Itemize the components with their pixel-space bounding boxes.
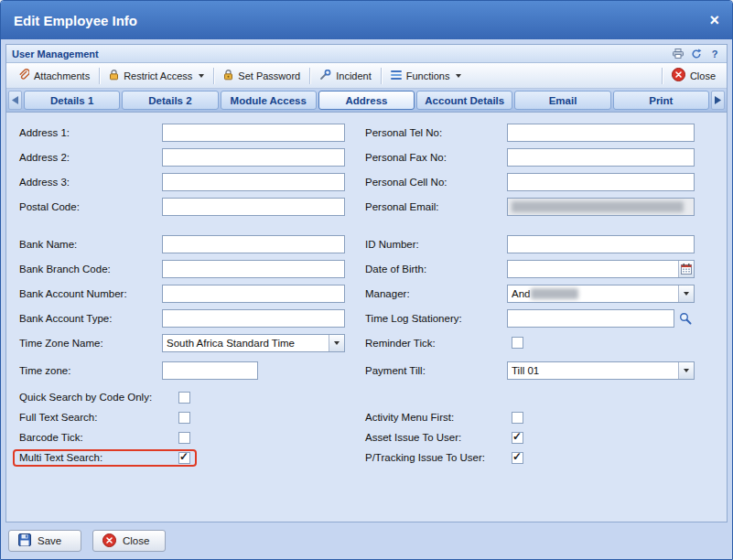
padlock-icon (223, 69, 233, 82)
chevron-down-icon (678, 285, 694, 302)
field-label: Time zone: (19, 365, 162, 376)
field-label: Bank Account Type: (19, 313, 162, 324)
personal-tel-no-input[interactable] (507, 124, 695, 142)
field-label: Address 2: (19, 152, 162, 163)
redacted-text (531, 288, 578, 299)
asset-issue-to-user-checkbox[interactable] (512, 432, 523, 444)
personal-cell-no-input[interactable] (507, 173, 695, 191)
payment-till-select[interactable]: Till 01 (507, 361, 695, 380)
toolbar-separator (381, 68, 382, 84)
close-circle-icon (672, 68, 685, 83)
quick-search-by-code-checkbox[interactable] (178, 392, 190, 404)
time-log-stationery-input[interactable] (507, 309, 674, 328)
tab-strip: Details 1 Details 2 Module Access Addres… (6, 89, 727, 113)
tab-scroll-right-icon[interactable] (711, 91, 725, 110)
postal-code-input[interactable] (162, 198, 345, 216)
id-number-input[interactable] (507, 235, 695, 253)
panel-title: User Management (12, 48, 99, 59)
full-text-search-checkbox[interactable] (178, 412, 190, 424)
personal-email-input-redacted[interactable] (507, 198, 695, 216)
dialog-footer: Save Close (5, 527, 728, 555)
personal-fax-no-input[interactable] (507, 148, 695, 167)
incident-button[interactable]: Incident (314, 67, 377, 85)
dialog-close-icon[interactable]: × (709, 12, 719, 28)
field-label: Postal Code: (19, 201, 162, 212)
toolbar-separator (99, 68, 100, 84)
address-3-input[interactable] (162, 173, 345, 191)
field-label: Full Text Search: (19, 412, 162, 423)
chevron-down-icon (329, 335, 344, 351)
field-label: Personal Tel No: (365, 127, 507, 138)
barcode-tick-checkbox[interactable] (178, 432, 190, 444)
time-zone-input[interactable] (162, 361, 258, 380)
close-circle-icon (102, 533, 116, 549)
address-2-input[interactable] (162, 148, 345, 167)
lock-icon (109, 69, 119, 82)
field-label: Quick Search by Code Only: (19, 392, 162, 403)
save-button[interactable]: Save (8, 530, 81, 552)
field-label: Barcode Tick: (19, 432, 162, 443)
set-password-button[interactable]: Set Password (218, 66, 306, 85)
search-icon[interactable] (677, 310, 694, 327)
bank-branch-code-input[interactable] (162, 260, 345, 278)
panel-header-icons: ? (672, 48, 721, 60)
toolbar-separator (213, 68, 214, 84)
field-label: Personal Fax No: (365, 152, 507, 163)
field-label: Time Log Stationery: (365, 313, 507, 324)
field-label: Bank Name: (19, 239, 162, 250)
form-right-column: Personal Tel No: Personal Fax No: Person… (365, 120, 727, 522)
functions-icon (391, 70, 402, 81)
help-icon[interactable]: ? (708, 48, 721, 60)
tab-address[interactable]: Address (318, 91, 415, 110)
tab-details-2[interactable]: Details 2 (122, 91, 218, 110)
field-label: Address 3: (19, 177, 162, 188)
close-button[interactable]: Close (92, 530, 166, 552)
toolbar-separator (309, 68, 310, 84)
save-floppy-icon (18, 533, 31, 548)
spacer (365, 219, 727, 232)
attachments-button[interactable]: Attachments (12, 66, 95, 85)
toolbar-separator (662, 68, 663, 84)
address-form: Address 1: Address 2: Address 3: Postal … (6, 113, 727, 522)
toolbar: Attachments Restrict Access Set Password… (6, 63, 727, 89)
field-label: Asset Issue To User: (365, 432, 507, 443)
date-of-birth-input[interactable] (507, 260, 695, 278)
tab-account-details[interactable]: Account Details (416, 91, 512, 110)
tab-scroll-left-icon[interactable] (8, 91, 22, 110)
dialog-titlebar: Edit Employee Info × (1, 1, 732, 39)
multi-text-search-checkbox[interactable] (178, 452, 190, 464)
time-zone-name-select[interactable]: South Africa Standard Time (162, 334, 345, 352)
field-label: ID Number: (365, 239, 507, 250)
user-management-panel: User Management ? Attachments (5, 44, 728, 522)
calendar-icon[interactable] (678, 261, 694, 277)
activity-menu-first-checkbox[interactable] (512, 412, 523, 424)
print-icon[interactable] (672, 48, 684, 60)
redacted-text (512, 201, 684, 212)
ptracking-issue-to-user-checkbox[interactable] (512, 452, 523, 464)
multi-text-search-highlight-box: Multi Text Search: (13, 449, 197, 467)
field-label: Payment Till: (365, 365, 507, 376)
spacer (19, 219, 358, 232)
tab-details-1[interactable]: Details 1 (24, 91, 120, 110)
address-1-input[interactable] (162, 124, 345, 142)
bank-account-number-input[interactable] (162, 285, 345, 303)
bank-name-input[interactable] (162, 235, 345, 253)
reminder-tick-checkbox[interactable] (512, 337, 523, 349)
bank-account-type-input[interactable] (162, 309, 345, 328)
tab-print[interactable]: Print (613, 91, 709, 110)
field-label: Date of Birth: (365, 264, 507, 275)
tab-module-access[interactable]: Module Access (221, 91, 317, 110)
refresh-icon[interactable] (690, 48, 703, 60)
spacer (365, 382, 727, 407)
dialog-frame: User Management ? Attachments (1, 39, 732, 559)
restrict-access-button[interactable]: Restrict Access (103, 66, 210, 85)
chevron-down-icon (199, 74, 204, 78)
tab-email[interactable]: Email (514, 91, 610, 110)
manager-select[interactable]: And (507, 285, 695, 303)
field-label: Personal Email: (365, 201, 507, 212)
functions-button[interactable]: Functions (385, 68, 468, 84)
field-label: Activity Menu First: (365, 412, 507, 423)
toolbar-close-button[interactable]: Close (666, 65, 721, 86)
date-of-birth-field (507, 260, 695, 278)
field-label: Personal Cell No: (365, 177, 507, 188)
